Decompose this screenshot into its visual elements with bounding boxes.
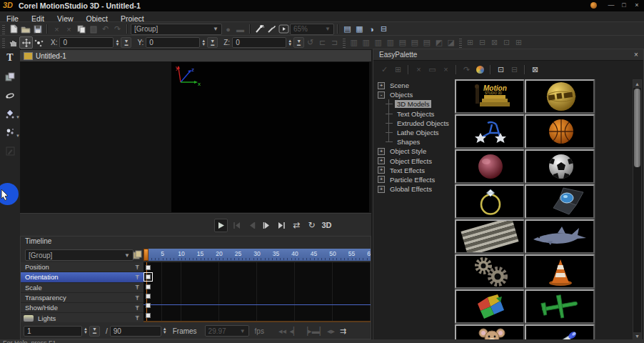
track-show-hide[interactable]: Show/Hide Ŧ [21, 303, 144, 313]
redo-icon[interactable]: ↷ [111, 24, 124, 34]
track-orientation[interactable]: Orientation Ŧ [21, 272, 144, 282]
go-to-end-button[interactable] [276, 219, 288, 232]
y-input[interactable]: 0 [146, 37, 200, 48]
group-select-dropdown[interactable]: [Group]▼ [131, 24, 222, 35]
palette-swirl-icon[interactable] [473, 64, 487, 75]
thumbnail-gold-globe-logo[interactable] [525, 79, 595, 114]
apply-check-icon[interactable]: ✓ [378, 64, 391, 75]
expand-box-icon[interactable]: + [378, 176, 385, 183]
keyframe-marker[interactable] [146, 303, 151, 308]
lock-icon[interactable]: ⊠ [488, 37, 500, 48]
minimize-button[interactable]: — [607, 1, 615, 9]
open-file-icon[interactable] [19, 24, 31, 34]
tree-item-lathe-objects[interactable]: Lathe Objects [376, 128, 456, 137]
pan-hand-icon[interactable] [7, 37, 19, 48]
group-apply-icon[interactable]: ● [222, 24, 234, 34]
particle-tool[interactable]: ▼ [2, 106, 18, 121]
total-frames-stepper[interactable]: ▲▼ [163, 327, 167, 334]
go-frame-button[interactable]: ▼▬ [89, 326, 100, 337]
next-frame-button[interactable] [261, 219, 273, 232]
keyframe-marker[interactable] [146, 274, 151, 279]
align-right-icon[interactable]: ▥ [372, 37, 384, 48]
center-object-icon[interactable]: ◪ [445, 37, 457, 48]
keyframe-marker[interactable] [146, 284, 151, 289]
3d-preview-button[interactable]: 3D [321, 219, 333, 232]
expand-box-icon[interactable]: + [378, 166, 385, 174]
group-remove-icon[interactable]: ▬ [234, 24, 246, 34]
tree-item-particle-effects[interactable]: + Particle Effects [376, 175, 456, 184]
next-keyframe-icon[interactable]: ▕▸ [301, 326, 313, 337]
tree-item-3d-models[interactable]: 3D Models [376, 99, 456, 109]
prev-keyframe-icon[interactable]: ◂▏ [288, 326, 301, 337]
move-tool-icon[interactable] [19, 36, 33, 49]
thumbnail-corrugated-metal[interactable] [455, 219, 525, 254]
go-to-start-button[interactable] [231, 219, 243, 232]
text-tool[interactable]: T [2, 51, 18, 65]
distribute-h-icon[interactable]: ▤ [396, 37, 408, 48]
trash-icon[interactable]: ▭ [426, 64, 439, 75]
scissors-icon[interactable]: × [63, 24, 75, 34]
tree-item-objects[interactable]: - Objects [376, 90, 456, 99]
thumbnail-color-fragments[interactable] [455, 289, 525, 324]
y-keyframe-button[interactable]: ▼▬ [207, 37, 218, 48]
paint-brush-icon[interactable] [266, 24, 278, 34]
cut-icon[interactable]: × [51, 24, 63, 34]
sync-keyframe-icon[interactable]: ◂▸ [325, 326, 337, 337]
layout-preview-icon[interactable]: ◑ [366, 24, 378, 34]
rotate-tool-icon[interactable] [33, 37, 45, 48]
duplicate-icon[interactable]: ⊞ [391, 64, 405, 75]
document-tab[interactable]: Untitled-1 [36, 52, 66, 60]
thumbnail-shark[interactable] [525, 219, 595, 254]
record-style-icon[interactable]: ⊟ [508, 64, 521, 75]
object-tool[interactable] [2, 69, 18, 84]
distribute-v-icon[interactable]: ▤ [408, 37, 421, 48]
thumbnail-motionstudio-trophy[interactable]: MotionSTUDIO 3D [455, 79, 525, 114]
expand-timeline-icon[interactable]: ⇉ [337, 326, 349, 337]
track-transparency[interactable]: Transparency Ŧ [21, 293, 144, 303]
layout-split-icon[interactable]: ▦ [353, 24, 366, 34]
pin-icon[interactable]: Ŧ [136, 274, 140, 281]
z-input[interactable]: 0 [232, 37, 286, 48]
easypalette-titlebar[interactable]: EasyPalette × [373, 49, 643, 61]
tree-item-shapes[interactable]: Shapes [376, 137, 456, 146]
tree-item-text-effects[interactable]: + Text Effects [376, 166, 456, 175]
snapshot-icon[interactable]: ⊞ [513, 37, 525, 48]
current-frame-stepper[interactable]: ▲▼ [84, 327, 88, 334]
path-tool[interactable] [2, 88, 18, 102]
x-input[interactable]: 0 [59, 37, 114, 48]
remove-keyframe-icon[interactable]: ▬▏ [313, 326, 325, 337]
dock-panel-icon[interactable]: ⊠ [528, 64, 542, 75]
total-frames-input[interactable]: 90 [110, 326, 161, 337]
tree-item-object-effects[interactable]: + Object Effects [376, 156, 456, 166]
keyframe-marker[interactable] [146, 294, 151, 299]
track-lights[interactable]: Lights Ŧ [21, 313, 144, 322]
x-stepper[interactable]: ▲▼ [115, 39, 119, 46]
magic-brush-icon[interactable] [253, 24, 266, 34]
thumbnail-green-airplane[interactable] [525, 289, 595, 324]
ungroup-objects-icon[interactable]: ⊟ [476, 37, 488, 48]
maximize-button[interactable]: □ [620, 1, 628, 9]
thumbnail-cranberry-ball[interactable] [455, 149, 525, 184]
pin-icon[interactable]: Ŧ [136, 294, 140, 302]
keyframe-area[interactable] [144, 262, 371, 322]
expand-box-icon[interactable]: - [378, 91, 385, 99]
keyframe-marker[interactable] [146, 313, 151, 318]
pin-icon[interactable]: Ŧ [136, 284, 140, 291]
center-stage-icon[interactable]: ◩ [433, 37, 445, 48]
track-position[interactable]: Position Ŧ [21, 262, 144, 272]
align-left-icon[interactable]: ▥ [348, 37, 360, 48]
tree-item-global-effects[interactable]: + Global Effects [376, 184, 456, 194]
y-stepper[interactable]: ▲▼ [201, 39, 206, 46]
pin-icon[interactable]: Ŧ [136, 304, 140, 312]
preview-play-icon[interactable] [278, 24, 290, 34]
tree-item-object-style[interactable]: + Object Style [376, 146, 456, 156]
fit-object-icon[interactable]: ⊏ [316, 37, 328, 48]
layout-single-icon[interactable]: ▤ [341, 24, 353, 34]
play-button[interactable] [214, 219, 228, 232]
thumbnail-soccer-ball[interactable] [525, 149, 595, 184]
tree-item-scene[interactable]: + Scene [376, 81, 456, 90]
keyframe-marker[interactable] [146, 265, 151, 270]
close-button[interactable]: × [633, 1, 641, 9]
pin-icon[interactable]: Ŧ [136, 264, 140, 271]
fit-scene-icon[interactable]: ⊐ [328, 37, 341, 48]
